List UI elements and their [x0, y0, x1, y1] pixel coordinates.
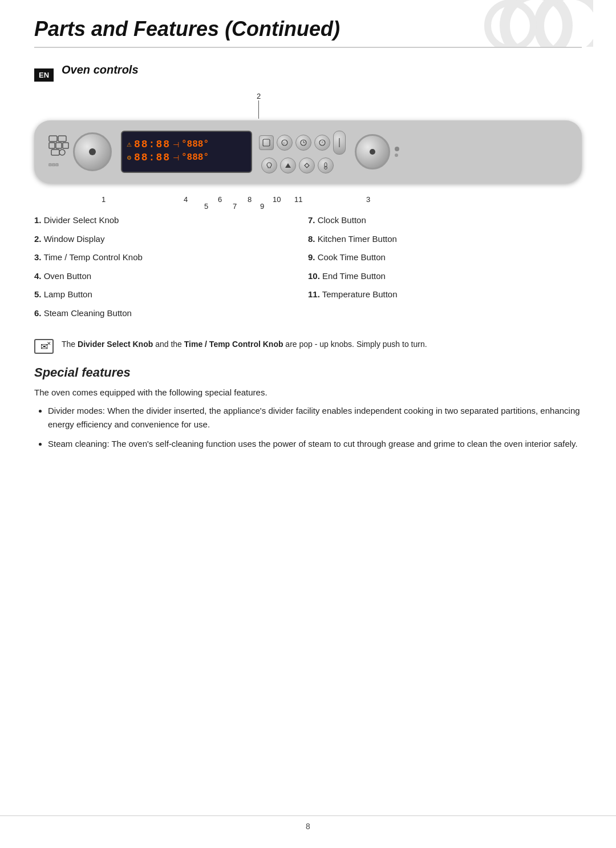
svg-rect-3 [49, 136, 57, 142]
feature-item-1: 1. Divider Select Knob [34, 214, 308, 227]
callout-1: 1 [102, 195, 106, 204]
callout-4: 4 [184, 195, 188, 204]
callout-10: 10 [273, 195, 281, 204]
note-bold-1: Divider Select Knob [78, 340, 153, 349]
feature-item-4: 4. Oven Button [34, 270, 308, 283]
feature-label-6: Steam Cleaning Button [44, 308, 132, 318]
left-icons-cluster: ⊟⊟⊟ [48, 135, 70, 169]
special-bullet-1: Divider modes: When the divider inserted… [48, 404, 582, 431]
window-display: ⚠ 88:88 ⊣ °888° ⚙ 88:88 ⊣ °888° [121, 131, 252, 173]
lamp-button[interactable] [261, 158, 277, 173]
language-badge: EN [34, 68, 54, 82]
header-divider [34, 47, 582, 48]
feature-num-2: 2. [34, 234, 42, 244]
arrow-line-2 [258, 100, 259, 119]
svg-rect-6 [56, 143, 62, 148]
display-separator-2: ⊣ [173, 154, 179, 162]
feature-label-5: Lamp Button [44, 289, 92, 299]
special-bullet-1-text: Divider modes: When the divider inserted… [48, 406, 580, 429]
section-title: Oven controls [62, 63, 138, 76]
svg-rect-4 [58, 136, 66, 142]
feature-label-11: Temperature Button [322, 289, 398, 299]
svg-rect-11 [263, 139, 270, 146]
arrow-label-2-container: 2 [34, 92, 582, 120]
note-box: ✉ The Divider Select Knob and the Time /… [34, 338, 582, 354]
time-temp-control-knob[interactable] [355, 134, 390, 169]
special-intro: The oven comes equipped with the followi… [34, 386, 582, 399]
feature-item-9: 9. Cook Time Button [308, 251, 582, 264]
buttons-top-row: ○ [259, 131, 346, 155]
end-time-button[interactable] [333, 131, 346, 155]
callout-7: 7 [233, 202, 237, 211]
page-title: Parts and Features (Continued) [34, 17, 582, 41]
envelope-icon: ✉ [40, 341, 48, 352]
feature-item-7: 7. Clock Button [308, 214, 582, 227]
page-footer: 8 [0, 815, 616, 831]
feature-label-9: Cook Time Button [318, 252, 386, 262]
svg-point-9 [59, 150, 65, 155]
feature-label-10: End Time Button [322, 271, 386, 281]
temperature-button[interactable] [318, 158, 334, 173]
divider-select-knob[interactable] [73, 132, 112, 171]
display-row-1: ⚠ 88:88 ⊣ °888° [127, 139, 246, 150]
feature-num-1: 1. [34, 215, 42, 225]
feature-num-7: 7. [308, 215, 315, 225]
callout-5: 5 [204, 202, 208, 211]
page-number: 8 [306, 822, 310, 831]
special-bullet-2-text: Steam cleaning: The oven's self-cleaning… [48, 439, 578, 449]
features-left-col: 1. Divider Select Knob 2. Window Display… [34, 212, 308, 328]
feature-num-3: 3. [34, 252, 42, 262]
up-arrow-button[interactable] [280, 158, 296, 173]
cook-time-button[interactable] [299, 158, 315, 173]
buttons-bottom-row [261, 158, 346, 173]
feature-num-11: 11. [308, 289, 320, 299]
left-icons-svg: ⊟⊟⊟ [48, 135, 70, 169]
svg-rect-7 [63, 143, 68, 148]
feature-item-10: 10. End Time Button [308, 270, 582, 283]
special-features-section: Special features The oven comes equipped… [34, 365, 582, 451]
svg-marker-20 [285, 163, 291, 168]
callout-11: 11 [294, 195, 302, 204]
callout-labels-row: 1 4 5 6 7 8 9 10 11 3 [34, 185, 582, 206]
dot-1 [395, 147, 399, 151]
feature-num-4: 4. [34, 271, 42, 281]
special-features-title: Special features [34, 365, 582, 380]
note-icon: ✉ [34, 339, 54, 354]
callout-3: 3 [366, 195, 370, 204]
feature-num-5: 5. [34, 289, 42, 299]
svg-rect-8 [51, 150, 59, 155]
feature-num-8: 8. [308, 234, 315, 244]
note-bold-2: Time / Temp Control Knob [184, 340, 283, 349]
oven-button[interactable] [259, 135, 274, 150]
oven-diagram-area: 2 ⊟⊟⊟ ⚠ 88:88 ⊣ [34, 92, 582, 206]
display-icon-2: ⚙ [127, 155, 132, 161]
clock-button[interactable] [295, 135, 311, 151]
display-time-2: 88:88 [134, 152, 171, 163]
note-content: The Divider Select Knob and the Time / T… [62, 338, 427, 350]
feature-item-5: 5. Lamp Button [34, 288, 308, 301]
feature-label-4: Oven Button [44, 271, 91, 281]
feature-label-3: Time / Temp Control Knob [43, 252, 142, 262]
feature-num-9: 9. [308, 252, 315, 262]
display-separator-1: ⊣ [173, 140, 179, 149]
svg-text:⊟⊟⊟: ⊟⊟⊟ [48, 163, 59, 167]
feature-num-6: 6. [34, 308, 42, 318]
display-row-2: ⚙ 88:88 ⊣ °888° [127, 152, 246, 163]
display-temp-2: °888° [181, 152, 209, 163]
callout-8: 8 [248, 195, 252, 204]
special-bullets-list: Divider modes: When the divider inserted… [34, 404, 582, 451]
feature-label-8: Kitchen Timer Button [318, 234, 397, 244]
callout-2-label: 2 [257, 92, 261, 100]
callout-6: 6 [218, 195, 222, 204]
features-right-col: 7. Clock Button 8. Kitchen Timer Button … [308, 212, 582, 328]
feature-item-2: 2. Window Display [34, 233, 308, 246]
svg-rect-5 [49, 143, 55, 148]
steam-cleaning-button[interactable]: ○ [277, 135, 293, 151]
dot-decorations [395, 147, 399, 157]
special-bullet-2: Steam cleaning: The oven's self-cleaning… [48, 437, 582, 451]
svg-point-22 [325, 166, 327, 169]
dot-2 [395, 154, 398, 157]
features-list: 1. Divider Select Knob 2. Window Display… [34, 212, 582, 328]
kitchen-timer-button[interactable] [314, 135, 330, 151]
feature-label-7: Clock Button [318, 215, 366, 225]
